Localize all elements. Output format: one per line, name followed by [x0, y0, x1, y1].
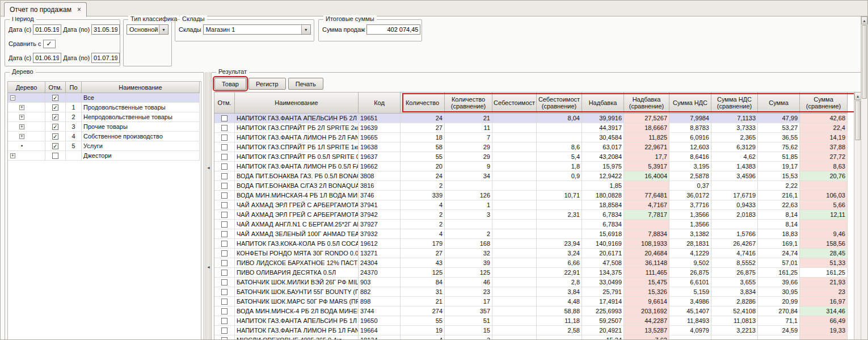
scrollbar-thumb[interactable] [862, 25, 867, 99]
row-checkbox-cell[interactable] [214, 152, 235, 162]
row-checkbox-cell[interactable] [214, 316, 235, 326]
toolbar-button-товар[interactable]: Товар [214, 78, 246, 90]
table-row[interactable]: НАПИТОК ГАЗ.ФАНТА АПЕЛЬСИН РБ 1Л FA19650… [214, 316, 854, 326]
tree-checkbox-cell[interactable]: ✓ [45, 122, 66, 132]
row-checkbox-cell[interactable] [214, 181, 235, 191]
expand-node-icon[interactable]: + [19, 134, 24, 139]
row-checkbox-cell[interactable] [214, 268, 235, 278]
compare-checkbox[interactable]: ✓ [43, 40, 56, 48]
checkbox-icon[interactable] [221, 250, 227, 257]
checkbox-icon[interactable]: ✓ [52, 143, 58, 149]
row-checkbox-cell[interactable] [214, 249, 235, 258]
checkbox-icon[interactable] [221, 135, 227, 141]
tree-checkbox-cell[interactable] [45, 151, 66, 161]
row-checkbox-cell[interactable] [214, 123, 235, 133]
checkbox-icon[interactable] [221, 289, 227, 295]
column-header[interactable]: Надбавка [582, 93, 624, 114]
checkbox-icon[interactable] [221, 202, 227, 208]
checkbox-icon[interactable]: ✓ [52, 114, 58, 120]
table-row[interactable]: НАПИТОК ГАЗ.СПРАЙТ РБ 0.5Л SPRITE 0.5196… [214, 152, 854, 162]
checkbox-icon[interactable]: ✓ [52, 133, 58, 140]
expand-node-icon[interactable]: + [19, 124, 24, 129]
table-row[interactable]: ЧАЙ АХМАД ЭРЛ ГРЕЙ С АРБЕРГАМОТА 1379414… [214, 200, 854, 210]
tree-checkbox-cell[interactable]: ✓ [45, 132, 66, 141]
tree-checkbox-cell[interactable]: ✓ [45, 93, 66, 103]
checkbox-icon[interactable]: ✓ [52, 124, 58, 130]
tree-expand-cell[interactable]: − [8, 93, 45, 103]
tree-checkbox-cell[interactable]: ✓ [45, 141, 66, 151]
checkbox-icon[interactable] [221, 173, 227, 179]
checkbox-icon[interactable] [221, 270, 227, 276]
table-row[interactable]: ЧАЙ АХМАД АНГЛ.N1 С БЕРГАМ.25*2Г АНГ3792… [214, 220, 854, 229]
checkbox-icon[interactable] [221, 308, 227, 314]
table-row[interactable]: МЮСЛИ ОРЕХОВЫЕ 4005 365 0.4кг181344315,2… [214, 335, 854, 340]
checkbox-icon[interactable] [221, 260, 227, 266]
checkbox-icon[interactable] [221, 328, 227, 334]
compare-date-to-input[interactable] [91, 53, 120, 63]
checkbox-icon[interactable] [221, 279, 227, 286]
row-checkbox-cell[interactable] [214, 142, 235, 152]
tree-expand-cell[interactable]: • [8, 141, 45, 151]
table-row[interactable]: ЧАЙ АХМАД ЭРЛ ГРЕЙ С АРБЕРГАМОТА 2379422… [214, 210, 854, 220]
table-row[interactable]: НАПИТОК ГАЗ.ФАНТА ЛИМОН РБ 1Л FANT196641… [214, 326, 854, 335]
checkbox-icon[interactable] [221, 154, 227, 160]
checkbox-icon[interactable] [221, 144, 227, 150]
tree-column-header[interactable]: Наименование [82, 82, 200, 93]
checkbox-icon[interactable] [221, 299, 227, 305]
row-checkbox-cell[interactable] [214, 191, 235, 200]
toolbar-button-печать[interactable]: Печать [288, 78, 323, 90]
column-header[interactable]: Сумма НДС (сравнение) [711, 93, 758, 114]
tree-row[interactable]: +✓4Собственное производство [8, 132, 201, 141]
panel-splitter[interactable]: ◄ ◄ [205, 72, 210, 340]
checkbox-icon[interactable] [221, 192, 227, 199]
checkbox-icon[interactable]: ✓ [52, 104, 58, 111]
tree-row[interactable]: +Джестори [8, 151, 201, 161]
expand-node-icon[interactable]: + [19, 115, 24, 120]
row-checkbox-cell[interactable] [214, 307, 235, 316]
table-row[interactable]: ВОДА ПИТ.БОНАКВА ГАЗ. РБ 0.5Л BONAQU3808… [214, 171, 854, 181]
row-checkbox-cell[interactable] [214, 114, 235, 123]
chevron-down-icon[interactable]: ▼ [159, 25, 168, 34]
tree-row[interactable]: +✓2Непродовольственные товары [8, 112, 201, 122]
expand-node-icon[interactable]: + [19, 105, 24, 110]
row-checkbox-cell[interactable] [214, 258, 235, 268]
table-row[interactable]: ПИВО ОЛИВАРИЯ ДЕСЯТКА 0.5Л2437012512522,… [214, 268, 854, 278]
tree-column-header[interactable]: Дерево [8, 82, 45, 93]
column-header[interactable]: Наименование [235, 93, 359, 114]
row-checkbox-cell[interactable] [214, 200, 235, 210]
tree-column-header[interactable]: По [66, 82, 82, 93]
table-row[interactable]: ПИВО ЛИДСКОЕ БАРХАТНОЕ 12% ПАСТ 02430443… [214, 258, 854, 268]
table-row[interactable]: НАПИТОК ГАЗ.ФАНТА ЛИМОН РБ 2Л FANT196651… [214, 133, 854, 142]
toolbar-button-регистр[interactable]: Регистр [248, 78, 286, 90]
checkbox-icon[interactable] [221, 337, 227, 340]
checkbox-icon[interactable] [221, 115, 227, 121]
chevron-down-icon[interactable]: ▼ [301, 25, 310, 34]
checkbox-icon[interactable] [221, 212, 227, 218]
table-row[interactable]: ЧАЙ АХМАД ЗЕЛЕНЫЙ 100Г AHMAD TEA (379324… [214, 229, 854, 239]
table-row[interactable]: КОНФЕТЫ РОНДО МЯТА 30Г RONDO 0.031327127… [214, 249, 854, 258]
collapse-left-icon[interactable]: ◄ [207, 166, 210, 170]
tree-row[interactable]: +✓1Продовольственные товары [8, 103, 201, 112]
row-checkbox-cell[interactable] [214, 326, 235, 335]
row-checkbox-cell[interactable] [214, 220, 235, 229]
tree-row[interactable]: •✓5Услуги [8, 141, 201, 151]
tree-expand-cell[interactable]: + [8, 103, 45, 112]
table-row[interactable]: НАПИТОК ГАЗ.СПРАЙТ РБ 1Л SPRITE 1кг.1963… [214, 142, 854, 152]
window-scrollbar[interactable]: ▲ [861, 16, 867, 339]
tree-row[interactable]: −✓Все [8, 93, 201, 103]
table-row[interactable]: БАТОНЧИК ШОК.МАРС 50Г РФ MARS (ПРО898211… [214, 297, 854, 307]
expand-node-icon[interactable]: + [10, 153, 15, 158]
row-checkbox-cell[interactable] [214, 162, 235, 171]
tree-expand-cell[interactable]: + [8, 151, 45, 161]
column-header[interactable]: Надбавка (сравнение) [624, 93, 669, 114]
table-row[interactable]: ВОДА МИН.МИНСК-4 РБ 2Л ВОДА МИНЕРА374427… [214, 307, 854, 316]
checkbox-icon[interactable] [221, 231, 227, 237]
table-row[interactable]: НАПИТОК ГАЗ.ФАНТА АПЕЛЬСИН РБ 2Л FA19651… [214, 114, 854, 123]
date-from-input[interactable] [33, 24, 61, 35]
row-checkbox-cell[interactable] [214, 229, 235, 239]
column-header[interactable]: Количество [401, 93, 445, 114]
checkbox-icon[interactable] [52, 153, 58, 159]
table-row[interactable]: БАТОНЧИК ШОК.БАУНТИ 55Г BOUNTY (ПР882312… [214, 287, 854, 297]
sales-sum-input[interactable] [366, 24, 420, 35]
scroll-up-icon[interactable]: ▲ [861, 16, 867, 24]
